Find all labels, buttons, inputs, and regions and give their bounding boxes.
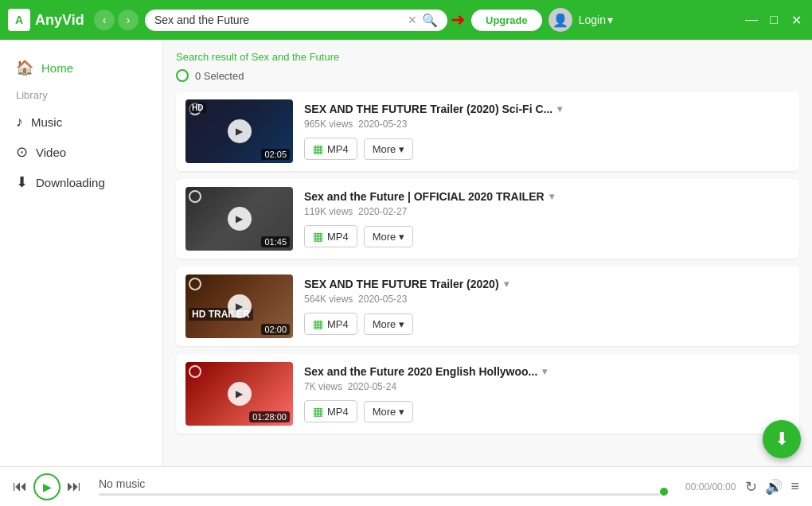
video-info-4: Sex and the Future 2020 English Hollywoo…	[304, 365, 790, 422]
select-all-circle[interactable]	[176, 69, 189, 82]
expand-icon-3[interactable]: ▾	[504, 278, 509, 290]
more-button-4[interactable]: More ▾	[364, 401, 414, 422]
search-result-header: Search result of Sex and the Future	[176, 51, 799, 63]
thumbnail-3[interactable]: HD TRAILER ▶ 02:00	[185, 274, 293, 338]
nav-back-button[interactable]: ‹	[94, 10, 115, 30]
close-button[interactable]: ✕	[788, 12, 804, 28]
mp4-button-1[interactable]: ▦ MP4	[304, 138, 357, 160]
progress-dot	[660, 488, 668, 496]
video-actions-4: ▦ MP4 More ▾	[304, 400, 790, 422]
thumb-select-2[interactable]	[189, 190, 201, 203]
titlebar: A AnyVid ‹ › ✕ 🔍 ➜ Upgrade 👤 Login ▾ — □…	[0, 0, 812, 40]
download-icon: ⬇	[16, 173, 28, 191]
search-result-query: Sex and the Future	[252, 51, 340, 63]
sidebar: 🏠 Home Library ♪ Music ⊙ Video ⬇ Downloa…	[0, 40, 163, 466]
nav-buttons: ‹ ›	[94, 10, 139, 30]
minimize-button[interactable]: —	[744, 12, 759, 28]
video-title-3: SEX AND THE FUTURE Trailer (2020) ▾	[304, 278, 790, 290]
selected-row: 0 Selected	[176, 69, 799, 82]
video-icon: ⊙	[16, 143, 28, 161]
content-area: Search result of Sex and the Future 0 Se…	[163, 40, 812, 466]
download-fab-button[interactable]: ⬇	[763, 420, 801, 458]
repeat-button[interactable]: ↻	[745, 478, 757, 496]
time-display: 00:00/00:00	[685, 481, 736, 492]
logo-icon: A	[8, 9, 30, 31]
thumb-play-2[interactable]: ▶	[228, 207, 252, 231]
sidebar-item-home[interactable]: 🏠 Home	[0, 53, 162, 83]
thumbnail-1[interactable]: HD ▶ 02:05	[185, 99, 293, 163]
download-fab-icon: ⬇	[775, 429, 789, 450]
thumb-play-4[interactable]: ▶	[228, 382, 252, 406]
thumb-play-1[interactable]: ▶	[228, 119, 252, 143]
mp4-icon-2: ▦	[313, 230, 323, 243]
more-button-1[interactable]: More ▾	[364, 138, 414, 160]
thumb-play-3[interactable]: ▶	[228, 294, 252, 318]
upgrade-button[interactable]: Upgrade	[471, 10, 542, 31]
search-icon[interactable]: 🔍	[422, 13, 438, 28]
expand-icon-2[interactable]: ▾	[549, 191, 554, 202]
login-button[interactable]: Login ▾	[579, 14, 613, 26]
search-clear-icon[interactable]: ✕	[408, 14, 417, 26]
sidebar-downloading-label: Downloading	[36, 176, 105, 189]
more-chevron-2: ▾	[399, 231, 404, 243]
more-chevron-3: ▾	[399, 318, 404, 330]
selected-count: 0 Selected	[195, 70, 244, 82]
music-icon: ♪	[16, 114, 23, 130]
more-chevron-4: ▾	[399, 406, 404, 418]
video-meta-2: 119K views 2020-02-27	[304, 206, 790, 217]
video-card-2: ▶ 01:45 Sex and the Future | OFFICIAL 20…	[176, 179, 799, 259]
avatar: 👤	[548, 8, 572, 32]
red-arrow-indicator: ➜	[451, 10, 465, 30]
video-info-3: SEX AND THE FUTURE Trailer (2020) ▾ 564K…	[304, 278, 790, 335]
thumbnail-4[interactable]: ▶ 01:28:00	[185, 362, 293, 426]
sidebar-music-label: Music	[31, 115, 62, 129]
mp4-button-3[interactable]: ▦ MP4	[304, 313, 357, 335]
bottom-bar: ⏮ ▶ ⏭ No music 00:00/00:00 ↻ 🔊 ≡	[0, 466, 812, 506]
thumb-select-4[interactable]	[189, 365, 201, 378]
maximize-button[interactable]: □	[766, 12, 782, 28]
expand-icon-4[interactable]: ▾	[542, 366, 547, 377]
thumb-hd-badge-1: HD	[189, 103, 206, 113]
sidebar-home-label: Home	[41, 61, 73, 75]
video-actions-1: ▦ MP4 More ▾	[304, 138, 790, 160]
volume-button[interactable]: 🔊	[765, 478, 783, 496]
video-card-1: HD ▶ 02:05 SEX AND THE FUTURE Trailer (2…	[176, 91, 799, 171]
thumb-duration-3: 02:00	[261, 324, 290, 335]
app-logo: A AnyVid	[8, 9, 88, 31]
expand-icon-1[interactable]: ▾	[557, 103, 562, 115]
song-name: No music	[99, 477, 668, 490]
progress-bar[interactable]	[99, 493, 660, 496]
sidebar-item-music[interactable]: ♪ Music	[0, 107, 162, 137]
thumb-duration-4: 01:28:00	[249, 411, 290, 422]
search-input[interactable]	[154, 14, 403, 26]
search-bar: ✕ 🔍	[145, 10, 447, 31]
queue-button[interactable]: ≡	[791, 478, 799, 495]
nav-forward-button[interactable]: ›	[118, 10, 139, 30]
video-title-2: Sex and the Future | OFFICIAL 2020 TRAIL…	[304, 190, 790, 203]
next-button[interactable]: ⏭	[67, 478, 81, 495]
video-meta-1: 965K views 2020-05-23	[304, 119, 790, 130]
prev-button[interactable]: ⏮	[13, 478, 27, 495]
more-button-2[interactable]: More ▾	[364, 226, 414, 247]
video-title-1: SEX AND THE FUTURE Trailer (2020) Sci-Fi…	[304, 103, 790, 115]
video-info-1: SEX AND THE FUTURE Trailer (2020) Sci-Fi…	[304, 103, 790, 160]
video-info-2: Sex and the Future | OFFICIAL 2020 TRAIL…	[304, 190, 790, 247]
mp4-button-4[interactable]: ▦ MP4	[304, 400, 357, 422]
sidebar-item-downloading[interactable]: ⬇ Downloading	[0, 167, 162, 197]
window-controls: — □ ✕	[744, 12, 804, 28]
mp4-button-2[interactable]: ▦ MP4	[304, 225, 357, 247]
player-right-controls: ↻ 🔊 ≡	[745, 478, 799, 496]
search-result-prefix: Search result of	[176, 51, 252, 63]
main-layout: 🏠 Home Library ♪ Music ⊙ Video ⬇ Downloa…	[0, 40, 812, 466]
play-button[interactable]: ▶	[33, 473, 61, 500]
thumb-select-3[interactable]	[189, 278, 201, 290]
video-title-4: Sex and the Future 2020 English Hollywoo…	[304, 365, 790, 378]
video-card-3: HD TRAILER ▶ 02:00 SEX AND THE FUTURE Tr…	[176, 267, 799, 346]
player-controls: ⏮ ▶ ⏭	[13, 473, 81, 500]
app-name: AnyVid	[35, 12, 84, 29]
more-button-3[interactable]: More ▾	[364, 313, 414, 335]
thumbnail-2[interactable]: ▶ 01:45	[185, 187, 293, 251]
sidebar-item-video[interactable]: ⊙ Video	[0, 137, 162, 167]
sidebar-video-label: Video	[36, 146, 66, 159]
mp4-icon-4: ▦	[313, 405, 323, 418]
